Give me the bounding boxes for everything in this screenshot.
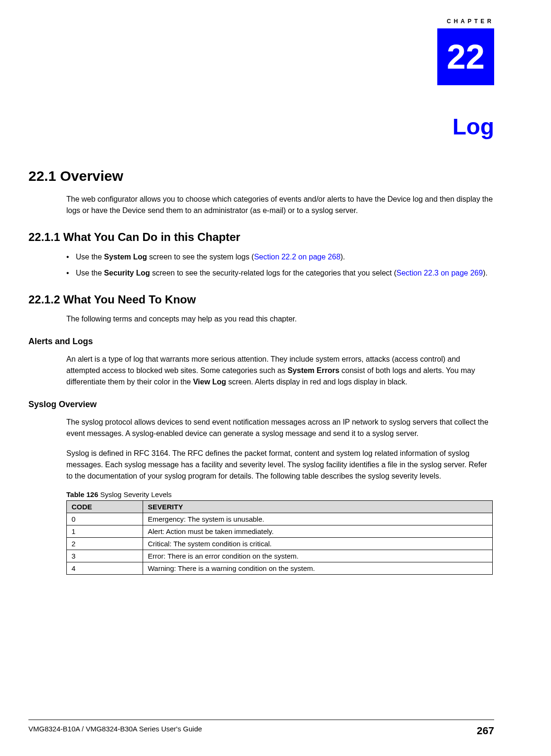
list-item: Use the System Log screen to see the sys… [66,251,494,263]
table-cell-severity: Warning: There is a warning condition on… [143,562,493,575]
table-cell-severity: Emergency: The system is unusable. [143,513,493,525]
para-bold: View Log [193,378,226,386]
table-cell-code: 1 [67,525,143,538]
page-footer: VMG8324-B10A / VMG8324-B30A Series User'… [28,720,494,737]
table-caption: Table 126 Syslog Severity Levels [66,490,494,498]
page-number: 267 [477,725,494,737]
alerts-and-logs-paragraph: An alert is a type of log that warrants … [66,354,494,388]
chapter-title: Log [28,114,494,140]
bullet-text: screen to see the security-related logs … [150,269,397,277]
table-header-code: CODE [67,501,143,513]
overview-paragraph: The web configurator allows you to choos… [66,194,494,216]
table-cell-severity: Alert: Action must be taken immediately. [143,525,493,538]
table-header-row: CODE SEVERITY [67,501,493,513]
what-you-can-do-list: Use the System Log screen to see the sys… [66,251,494,279]
alerts-and-logs-heading: Alerts and Logs [28,337,494,347]
severity-table: CODE SEVERITY 0 Emergency: The system is… [66,500,493,575]
table-cell-severity: Critical: The system condition is critic… [143,538,493,550]
footer-guide-title: VMG8324-B10A / VMG8324-B30A Series User'… [28,725,202,737]
bullet-bold: System Log [104,253,147,261]
chapter-number-box: CHAPTER 22 [437,28,494,85]
bullet-bold: Security Log [104,269,150,277]
bullet-text: ). [483,269,488,277]
list-item: Use the Security Log screen to see the s… [66,267,494,279]
table-row: 0 Emergency: The system is unusable. [67,513,493,525]
syslog-overview-para2: Syslog is defined in RFC 3164. The RFC d… [66,448,494,482]
table-caption-number: Table 126 [66,490,100,498]
table-caption-title: Syslog Severity Levels [100,490,172,498]
bullet-text: screen to see the system logs ( [147,253,254,261]
what-you-can-do-heading: 22.1.1 What You Can Do in this Chapter [28,231,494,244]
chapter-number: 22 [447,40,485,74]
table-cell-code: 0 [67,513,143,525]
bullet-text: Use the [76,253,104,261]
para-text: screen. Alerts display in red and logs d… [226,378,407,386]
para-bold: System Errors [288,366,339,374]
syslog-overview-heading: Syslog Overview [28,400,494,409]
overview-heading: 22.1 Overview [28,168,494,184]
table-header-severity: SEVERITY [143,501,493,513]
bullet-text: ). [341,253,345,261]
chapter-prefix: CHAPTER [447,18,494,25]
need-to-know-paragraph: The following terms and concepts may hel… [66,313,494,325]
page: CHAPTER 22 Log 22.1 Overview The web con… [0,0,551,756]
table-row: 1 Alert: Action must be taken immediatel… [67,525,493,538]
table-row: 4 Warning: There is a warning condition … [67,562,493,575]
cross-reference-link[interactable]: Section 22.3 on page 269 [397,269,483,277]
table-cell-severity: Error: There is an error condition on th… [143,550,493,562]
syslog-overview-para1: The syslog protocol allows devices to se… [66,417,494,439]
table-cell-code: 2 [67,538,143,550]
bullet-text: Use the [76,269,104,277]
need-to-know-heading: 22.1.2 What You Need To Know [28,293,494,306]
cross-reference-link[interactable]: Section 22.2 on page 268 [254,253,340,261]
table-row: 2 Critical: The system condition is crit… [67,538,493,550]
table-row: 3 Error: There is an error condition on … [67,550,493,562]
table-cell-code: 4 [67,562,143,575]
table-cell-code: 3 [67,550,143,562]
